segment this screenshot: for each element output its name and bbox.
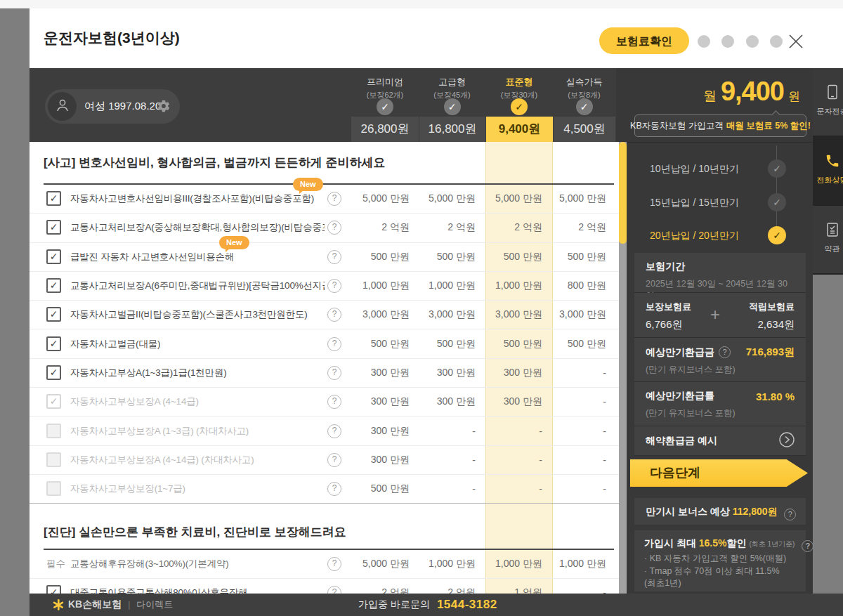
accident-rows: 자동차사고변호사선임비용III(경찰조사포함)(비탑승중포함) New 5,00…: [30, 185, 619, 504]
table-row: 교통사고처리보장A(6주미만,중대법규위반)[공탁금100%선지급가능] 1,0…: [30, 272, 619, 301]
coverage-value: 300 만원: [346, 388, 410, 416]
help-icon[interactable]: [327, 586, 341, 594]
coverage-value: 2 억원: [479, 214, 542, 242]
footer-contact: 가입중 바로문의 1544-3182: [358, 594, 497, 616]
plan-column-basic[interactable]: 실속가득 (보장8개) 4,500원: [553, 68, 615, 142]
coverage-value: 500 만원: [479, 329, 542, 358]
user-profile-pill[interactable]: 여성 1997.08.20: [45, 89, 180, 124]
term-option-10y[interactable]: 10년납입 / 10년만기: [650, 159, 790, 178]
coverage-checkbox[interactable]: [46, 452, 61, 467]
surrender-value-row[interactable]: 해약환급금 예시: [634, 426, 806, 456]
gear-icon[interactable]: [157, 99, 171, 113]
help-icon[interactable]: [327, 557, 341, 571]
help-icon[interactable]: [327, 279, 341, 293]
coverage-value: -: [412, 417, 476, 445]
coverage-checkbox[interactable]: [46, 365, 61, 380]
coverage-value: 500 만원: [543, 329, 606, 358]
plus-icon: +: [710, 305, 720, 325]
coverage-checkbox[interactable]: [46, 307, 61, 322]
step-dot: [770, 35, 783, 48]
coverage-value: 300 만원: [479, 359, 542, 387]
table-scrollbar[interactable]: [619, 142, 627, 594]
help-icon[interactable]: [327, 192, 341, 206]
coverage-value: 5,000 만원: [346, 185, 410, 213]
terms-document-icon: [825, 222, 839, 237]
premium-confirm-button[interactable]: 보험료확인: [599, 27, 689, 54]
help-icon[interactable]: [802, 540, 813, 552]
coverage-value: -: [543, 417, 606, 445]
coverage-label: 교통상해후유장해(3~100%)(기본계약): [70, 558, 229, 570]
insurance-period-box: 보험기간 2025년 12월 30일 ~ 2045년 12월 30일: [634, 253, 806, 293]
coverage-label: 대중교통이용중교통상해80%이상후유장해: [70, 586, 248, 594]
table-row: 급발진 자동차 사고변호사선임비용손해 New 500 만원 500 만원 50…: [30, 243, 619, 272]
user-info-label: 여성 1997.08.20: [84, 100, 161, 113]
plan-column-deluxe[interactable]: 고급형 (보장45개) 16,800원: [419, 68, 485, 142]
help-icon[interactable]: [327, 482, 341, 496]
tab-phone-consult[interactable]: 전화상담: [813, 137, 843, 206]
help-icon[interactable]: [784, 509, 796, 520]
plan-column-premium[interactable]: 프리미엄 (보장62개) 26,800원: [351, 68, 419, 142]
help-icon[interactable]: [327, 308, 341, 322]
term-option-20y-selected[interactable]: 20년납입 / 20년만기: [650, 226, 790, 244]
coverage-value: 300 만원: [479, 388, 542, 416]
help-icon[interactable]: [327, 366, 341, 380]
coverage-checkbox[interactable]: [46, 481, 61, 496]
coverage-value: 2 억원: [412, 579, 476, 594]
term-option-15y[interactable]: 15년납입 / 15년만기: [650, 193, 790, 211]
coverage-value: -: [543, 446, 606, 474]
modal-title-bar: 운전자보험(3년이상) 보험료확인: [30, 8, 843, 68]
check-circle-icon: [768, 159, 786, 178]
plan-column-standard-selected[interactable]: 표준형 (보장30개) 9,400원: [485, 68, 553, 142]
coverage-value: 1,000 만원: [543, 550, 606, 578]
coverage-label: 자동차사고부상보장A (4~14급): [70, 395, 199, 408]
coverage-value: 2 억원: [346, 214, 410, 242]
table-row: 필수 교통상해후유장해(3~100%)(기본계약) 5,000 만원 1,000…: [30, 550, 619, 579]
coverage-label: 자동차사고부상보장A (4~14급) (차대차사고): [70, 454, 254, 466]
coverage-value: 300 만원: [346, 446, 410, 474]
coverage-checkbox[interactable]: [46, 424, 61, 438]
tab-sms[interactable]: 문자전송: [813, 68, 843, 137]
scrollbar-thumb[interactable]: [619, 142, 627, 244]
coverage-label: 자동차사고부상보장A (1~3급) (차대차사고): [70, 425, 249, 438]
close-icon[interactable]: [786, 32, 806, 51]
plan-header: 여성 1997.08.20 프리미엄 (보장62개) 26,800원 고급형 (…: [30, 68, 616, 142]
quick-menu-tabs: 문자전송 전화상담 약관: [813, 68, 843, 275]
coverage-value: 1,000 만원: [346, 272, 410, 300]
help-icon[interactable]: [327, 221, 341, 235]
new-badge: New: [293, 178, 323, 191]
coverage-value: 2 억원: [412, 214, 476, 242]
coverage-checkbox[interactable]: [46, 336, 61, 351]
coverage-value: 2 억원: [346, 579, 410, 594]
coverage-value: -: [479, 417, 542, 445]
coverage-label: 자동차사고부상A(1~3급)1급(1천만원): [70, 367, 227, 379]
coverage-checkbox[interactable]: [46, 585, 61, 594]
coverage-value: -: [543, 388, 606, 416]
next-step-button[interactable]: 다음단계: [630, 459, 808, 487]
help-icon[interactable]: [327, 453, 341, 467]
coverage-label: 자동차사고벌금(대물): [70, 338, 160, 350]
coverage-value: 5,000 만원: [479, 185, 542, 213]
coverage-value: 3,000 만원: [543, 301, 606, 329]
table-row: 자동차사고부상보장A (4~14급) (차대차사고) 300 만원 - - -: [30, 446, 619, 475]
coverage-checkbox[interactable]: [46, 191, 61, 206]
help-icon[interactable]: [327, 424, 341, 438]
help-icon[interactable]: [327, 395, 341, 409]
help-icon[interactable]: [719, 346, 731, 358]
maturity-bonus-box: 만기시 보너스 예상 112,800원: [634, 498, 806, 525]
coverage-value: 300 만원: [346, 359, 410, 387]
coverage-checkbox[interactable]: [46, 278, 61, 293]
coverage-checkbox[interactable]: [46, 394, 61, 409]
coverage-checkbox[interactable]: [46, 220, 61, 235]
coverage-value: -: [543, 475, 606, 503]
tab-terms[interactable]: 약관: [813, 206, 843, 275]
monthly-premium: 월 9,400 원: [703, 77, 800, 107]
mobile-phone-icon: [825, 84, 839, 100]
table-row: 교통사고처리보장A(중상해보장확대,형사합의보장)(비탑승중포함) 2 억원 2…: [30, 214, 619, 242]
help-icon[interactable]: [327, 337, 341, 351]
help-icon[interactable]: [327, 250, 341, 264]
coverage-value: 1,000 만원: [479, 550, 542, 578]
coverage-value: -: [412, 475, 476, 503]
coverage-checkbox[interactable]: [46, 249, 61, 264]
divider: [616, 142, 813, 143]
coverage-value: 500 만원: [346, 475, 410, 503]
